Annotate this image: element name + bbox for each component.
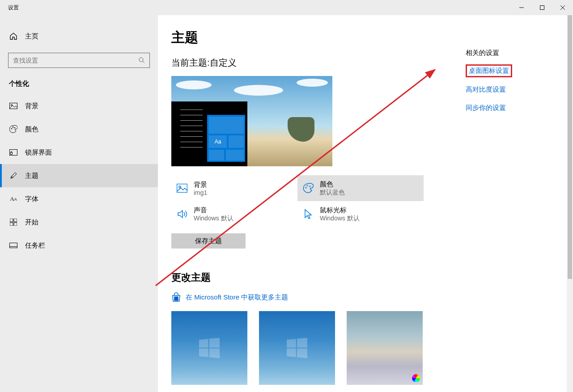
palette-icon	[9, 125, 18, 134]
sidebar-item-label: 字体	[25, 195, 38, 203]
svg-rect-16	[14, 223, 17, 226]
related-link-desktop-icons[interactable]: 桌面图标设置	[466, 64, 512, 77]
svg-rect-19	[177, 184, 187, 193]
sidebar-item-font[interactable]: AA 字体	[0, 187, 158, 211]
theme-thumb-3[interactable]	[347, 311, 423, 385]
start-icon	[9, 218, 18, 227]
sidebar-item-label: 锁屏界面	[25, 148, 52, 157]
sidebar-item-lockscreen[interactable]: 锁屏界面	[0, 141, 158, 164]
font-icon: AA	[9, 194, 18, 203]
sidebar-item-theme[interactable]: 主题	[0, 164, 158, 187]
lockscreen-icon	[9, 148, 18, 157]
content-area: 主题 当前主题:自定义 Aa	[158, 15, 573, 392]
scrollbar[interactable]	[567, 15, 573, 392]
image-icon	[177, 183, 187, 194]
theme-preview: Aa	[171, 76, 332, 166]
svg-rect-6	[10, 103, 17, 109]
sidebar-item-label: 主题	[25, 172, 38, 180]
theme-thumb-1[interactable]	[171, 311, 247, 385]
taskbar-icon	[9, 241, 18, 250]
sidebar: 主页 个性化 背景 颜色 锁屏界面 主题 AA	[0, 15, 158, 392]
option-color[interactable]: 颜色 默认蓝色	[297, 175, 424, 201]
theme-thumbnails	[171, 311, 573, 385]
sidebar-item-color[interactable]: 颜色	[0, 118, 158, 141]
sidebar-item-label: 任务栏	[25, 241, 45, 250]
home-button[interactable]: 主页	[0, 24, 158, 48]
svg-rect-24	[174, 297, 176, 299]
theme-thumb-2[interactable]	[259, 311, 335, 385]
option-title: 背景	[194, 181, 207, 189]
svg-rect-15	[10, 223, 13, 226]
option-cursor[interactable]: 鼠标光标 Windows 默认	[297, 201, 424, 227]
option-title: 颜色	[320, 180, 345, 189]
theme-options: 背景 img1 颜色 默认蓝色 声音 Windows 默认	[171, 175, 426, 227]
home-label: 主页	[25, 32, 38, 41]
svg-point-22	[307, 185, 308, 186]
related-link-sync[interactable]: 同步你的设置	[466, 104, 555, 112]
option-title: 声音	[194, 206, 233, 215]
preview-tile-text: Aa	[209, 135, 227, 148]
page-title: 主题	[171, 29, 573, 47]
sidebar-item-label: 背景	[25, 102, 38, 110]
option-value: Windows 默认	[320, 215, 360, 223]
maximize-button[interactable]	[532, 0, 552, 15]
store-link[interactable]: 在 Microsoft Store 中获取更多主题	[171, 292, 573, 302]
svg-rect-17	[10, 243, 17, 248]
brush-icon	[9, 171, 18, 180]
option-value: img1	[194, 189, 207, 196]
search-input-wrapper[interactable]	[8, 53, 150, 68]
image-icon	[9, 101, 18, 110]
option-background[interactable]: 背景 img1	[171, 175, 297, 201]
option-sound[interactable]: 声音 Windows 默认	[171, 201, 297, 227]
svg-point-7	[11, 105, 13, 106]
svg-rect-12	[11, 152, 13, 155]
svg-point-8	[11, 128, 12, 129]
svg-rect-13	[10, 219, 13, 222]
svg-point-10	[14, 127, 15, 128]
svg-point-21	[306, 187, 307, 189]
svg-rect-27	[177, 299, 178, 301]
minimize-icon	[519, 5, 524, 10]
sidebar-section-title: 个性化	[0, 77, 158, 94]
sidebar-item-start[interactable]: 开始	[0, 211, 158, 234]
svg-rect-1	[540, 6, 544, 10]
window-title: 设置	[0, 4, 19, 12]
minimize-button[interactable]	[511, 0, 532, 15]
home-icon	[9, 32, 18, 41]
sidebar-nav: 背景 颜色 锁屏界面 主题 AA 字体 开始	[0, 94, 158, 257]
svg-point-9	[13, 127, 13, 128]
store-link-label: 在 Microsoft Store 中获取更多主题	[186, 293, 288, 302]
sidebar-item-taskbar[interactable]: 任务栏	[0, 234, 158, 257]
maximize-icon	[540, 5, 544, 10]
preview-start-menu: Aa	[207, 115, 245, 162]
search-icon	[139, 57, 145, 63]
svg-point-20	[179, 186, 181, 188]
search-input[interactable]	[13, 57, 139, 64]
related-settings-title: 相关的设置	[466, 49, 555, 57]
option-title: 鼠标光标	[320, 206, 360, 215]
sidebar-item-label: 开始	[25, 218, 38, 227]
svg-rect-14	[14, 219, 17, 222]
close-button[interactable]	[552, 0, 573, 15]
svg-point-23	[310, 186, 311, 187]
change-theme-heading: 更改主题	[171, 271, 573, 284]
titlebar: 设置	[0, 0, 573, 15]
svg-point-4	[139, 58, 143, 62]
speaker-icon	[177, 209, 187, 219]
scrollbar-thumb[interactable]	[568, 15, 572, 279]
sidebar-item-background[interactable]: 背景	[0, 94, 158, 118]
svg-rect-25	[177, 297, 178, 299]
related-link-high-contrast[interactable]: 高对比度设置	[466, 85, 555, 94]
palette-icon	[303, 183, 314, 194]
close-icon	[560, 5, 565, 10]
cursor-icon	[303, 209, 314, 219]
option-value: 默认蓝色	[320, 189, 345, 197]
save-theme-button[interactable]: 保存主题	[171, 233, 246, 249]
colorwheel-icon	[412, 374, 420, 382]
related-settings-panel: 相关的设置 桌面图标设置 高对比度设置 同步你的设置	[466, 49, 555, 122]
sidebar-item-label: 颜色	[25, 125, 38, 134]
svg-line-5	[143, 61, 144, 63]
store-icon	[171, 292, 181, 302]
option-value: Windows 默认	[194, 215, 233, 223]
svg-rect-26	[174, 299, 176, 301]
